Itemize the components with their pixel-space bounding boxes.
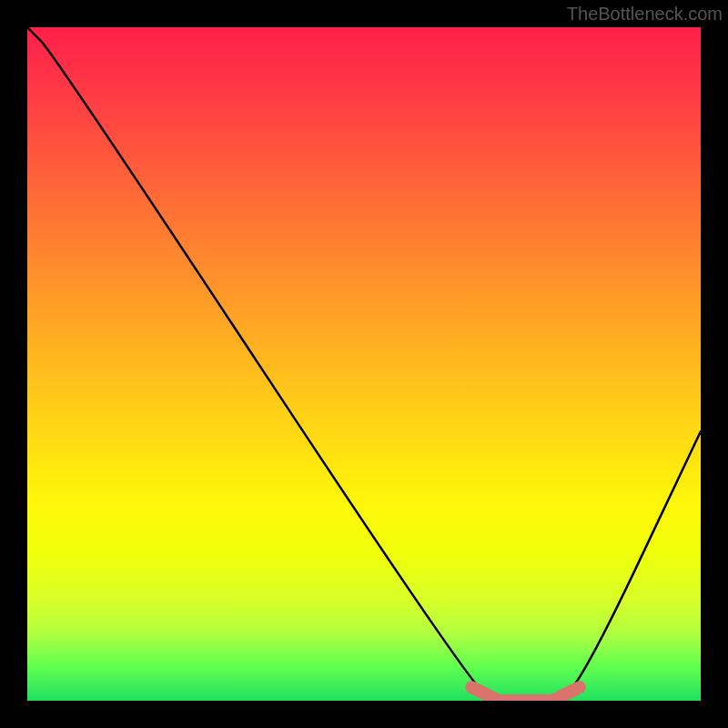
bottleneck-curve-line [27,27,701,701]
chart-container: TheBottleneck.com [0,0,728,728]
watermark-text: TheBottleneck.com [567,4,723,25]
plot-area [27,27,701,701]
curve-svg [27,27,701,701]
highlight-segment [471,687,579,701]
